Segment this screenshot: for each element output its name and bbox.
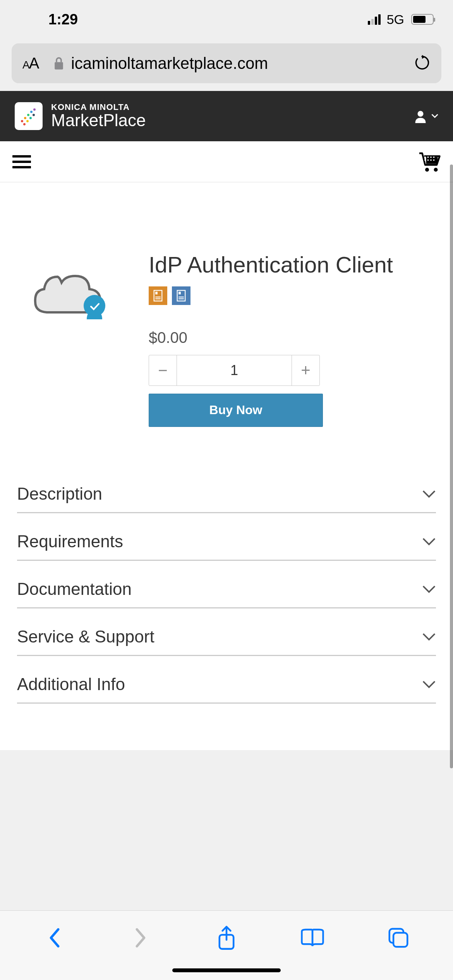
svg-point-6	[433, 156, 435, 158]
share-button[interactable]	[213, 924, 240, 951]
accordion-item-description[interactable]: Description	[17, 466, 436, 513]
text-size-control[interactable]: AA	[22, 55, 38, 72]
page-toolbar	[0, 141, 453, 182]
compatibility-badges	[149, 286, 436, 305]
accordion-label: Description	[17, 484, 102, 504]
svg-rect-14	[154, 290, 162, 301]
svg-rect-19	[178, 291, 181, 294]
accordion-item-documentation[interactable]: Documentation	[17, 561, 436, 608]
quantity-value[interactable]: 1	[177, 355, 292, 385]
svg-rect-15	[155, 291, 158, 294]
svg-rect-20	[178, 296, 184, 297]
lock-icon	[53, 57, 65, 70]
buy-now-button[interactable]: Buy Now	[149, 394, 323, 427]
chevron-down-icon	[422, 632, 436, 641]
account-menu[interactable]	[414, 109, 438, 123]
address-bar-container: AA icaminoltamarketplace.com	[0, 39, 453, 91]
accordion-label: Additional Info	[17, 675, 125, 694]
home-indicator[interactable]	[172, 968, 281, 972]
product-section: IdP Authentication Client $0.00	[0, 182, 453, 450]
svg-point-9	[430, 159, 432, 161]
chevron-down-icon	[422, 680, 436, 689]
scroll-indicator	[450, 164, 453, 768]
quantity-stepper: − 1 +	[149, 355, 320, 386]
product-title: IdP Authentication Client	[149, 252, 436, 278]
svg-rect-18	[177, 290, 185, 301]
chevron-down-icon	[431, 114, 438, 118]
chevron-down-icon	[422, 490, 436, 498]
accordion-label: Requirements	[17, 532, 123, 551]
quantity-decrease-button[interactable]: −	[149, 355, 177, 385]
chevron-down-icon	[422, 585, 436, 593]
badge-printer-blue-icon	[172, 286, 190, 305]
accordion-item-requirements[interactable]: Requirements	[17, 513, 436, 561]
signal-icon	[368, 14, 381, 25]
svg-point-3	[424, 156, 426, 158]
badge-printer-orange-icon	[149, 286, 167, 305]
brand-logo[interactable]: KONICA MINOLTA MarketPlace	[15, 102, 146, 130]
svg-point-5	[430, 156, 432, 158]
back-button[interactable]	[41, 924, 68, 951]
svg-point-11	[425, 168, 429, 171]
svg-rect-17	[155, 298, 161, 299]
accordion-item-service-support[interactable]: Service & Support	[17, 608, 436, 656]
tabs-button[interactable]	[385, 924, 412, 951]
accordion-label: Documentation	[17, 579, 132, 599]
status-right: 5G	[368, 12, 434, 27]
product-accordion: Description Requirements Documentation S…	[0, 450, 453, 750]
accordion-label: Service & Support	[17, 627, 154, 646]
svg-rect-21	[178, 298, 184, 299]
battery-icon	[411, 14, 434, 25]
chevron-down-icon	[422, 537, 436, 546]
svg-point-7	[424, 159, 426, 161]
quantity-increase-button[interactable]: +	[292, 355, 319, 385]
cart-icon	[417, 150, 441, 172]
svg-point-4	[427, 156, 429, 158]
brand-name-line2: MarketPlace	[51, 111, 146, 130]
reload-icon[interactable]	[414, 54, 431, 73]
product-icon	[17, 252, 125, 427]
cart-button[interactable]	[417, 150, 441, 174]
chevron-left-icon	[47, 927, 62, 949]
url-display[interactable]: icaminoltamarketplace.com	[71, 54, 406, 73]
menu-button[interactable]	[12, 155, 31, 168]
bookmarks-button[interactable]	[299, 924, 326, 951]
site-header: KONICA MINOLTA MarketPlace	[0, 91, 453, 141]
svg-point-12	[434, 168, 438, 171]
status-bar: 1:29 5G	[0, 0, 453, 39]
tabs-icon	[386, 926, 410, 950]
svg-rect-0	[55, 62, 63, 69]
svg-point-10	[433, 159, 435, 161]
forward-button[interactable]	[127, 924, 154, 951]
product-details: IdP Authentication Client $0.00	[149, 252, 436, 427]
network-label: 5G	[387, 12, 404, 27]
person-icon	[414, 109, 427, 123]
status-time: 1:29	[48, 11, 78, 28]
svg-rect-24	[393, 933, 407, 947]
chevron-right-icon	[133, 927, 148, 949]
svg-point-8	[427, 159, 429, 161]
book-icon	[299, 927, 326, 949]
share-icon	[216, 925, 237, 951]
address-bar[interactable]: AA icaminoltamarketplace.com	[12, 43, 441, 83]
svg-rect-16	[155, 296, 161, 297]
product-price: $0.00	[149, 329, 436, 346]
accordion-item-additional-info[interactable]: Additional Info	[17, 656, 436, 704]
svg-point-1	[418, 111, 424, 117]
